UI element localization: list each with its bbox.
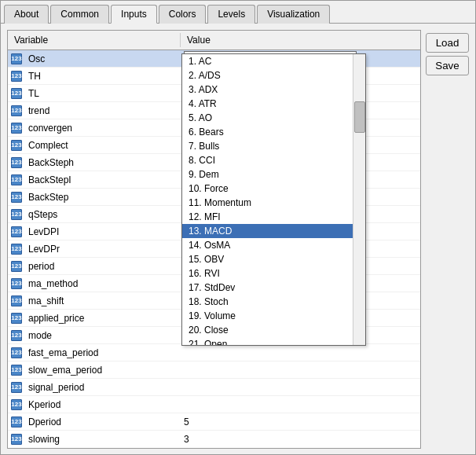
save-button[interactable]: Save (426, 56, 469, 75)
row-icon: 123 (8, 157, 25, 168)
load-button[interactable]: Load (426, 33, 469, 53)
variable-cell: fast_ema_period (25, 347, 181, 358)
variable-cell: ma_shift (25, 295, 181, 306)
dropdown-item[interactable]: 13. MACD (182, 224, 353, 238)
row-icon: 123 (8, 382, 25, 393)
dropdown-item[interactable]: 15. OBV (182, 252, 353, 266)
dropdown-scrollbar[interactable] (353, 54, 365, 345)
table-row[interactable]: 123slowing3 (8, 431, 420, 447)
row-icon: 123 (8, 174, 25, 185)
main-window: AboutCommonInputsColorsLevelsVisualizati… (0, 0, 476, 455)
variable-cell: trend (25, 105, 181, 116)
row-icon: 123 (8, 313, 25, 324)
row-icon: 123 (8, 71, 25, 82)
row-icon: 123 (8, 295, 25, 306)
row-icon: 123 (8, 365, 25, 376)
variable-cell: Dperiod (25, 416, 181, 427)
tab-colors[interactable]: Colors (159, 5, 207, 24)
dropdown-item[interactable]: 8. CCI (182, 153, 353, 167)
row-icon: 123 (8, 278, 25, 289)
dropdown-overlay[interactable]: 1. AC2. A/DS3. ADX4. ATR5. AO6. Bears7. … (181, 53, 366, 346)
table-row[interactable]: 123Dperiod5 (8, 413, 420, 431)
col-variable-header: Variable (8, 33, 181, 47)
variable-cell: Complect (25, 140, 181, 151)
dropdown-item[interactable]: 7. Bulls (182, 139, 353, 153)
dropdown-item[interactable]: 19. Volume (182, 309, 353, 323)
col-value-header: Value (181, 33, 420, 47)
dropdown-item[interactable]: 11. Momentum (182, 196, 353, 210)
variable-cell: slow_ema_period (25, 365, 181, 376)
dropdown-item[interactable]: 3. ADX (182, 83, 353, 97)
dropdown-item[interactable]: 6. Bears (182, 125, 353, 139)
dropdown-item[interactable]: 14. OsMA (182, 238, 353, 252)
variable-cell: applied_price (25, 313, 181, 324)
tab-levels[interactable]: Levels (207, 5, 255, 24)
row-icon: 123 (8, 88, 25, 99)
row-icon: 123 (8, 140, 25, 151)
dropdown-item[interactable]: 9. Dem (182, 167, 353, 182)
row-icon: 123 (8, 399, 25, 410)
variable-cell: signal_period (25, 382, 181, 393)
row-icon: 123 (8, 226, 25, 237)
table-row[interactable]: 123slow_ema_period (8, 361, 420, 379)
row-icon: 123 (8, 105, 25, 116)
dropdown-item[interactable]: 12. MFI (182, 210, 353, 224)
dropdown-item[interactable]: 5. AO (182, 111, 353, 125)
value-cell: 5 (181, 416, 420, 427)
table-row[interactable]: 123signal_period (8, 379, 420, 396)
table-row[interactable]: 123fast_ema_period (8, 344, 420, 361)
variable-cell: BackStepI (25, 174, 181, 185)
variable-cell: qSteps (25, 209, 181, 220)
variable-cell: TH (25, 71, 181, 82)
row-icon: 123 (8, 330, 25, 341)
row-icon: 123 (8, 416, 25, 427)
main-area: Variable Value 123Osc29. RSI▼123TH123TL1… (7, 30, 469, 449)
variable-cell: convergen (25, 123, 181, 134)
dropdown-item[interactable]: 16. RVI (182, 266, 353, 281)
variable-cell: Kperiod (25, 399, 181, 410)
row-icon: 123 (8, 192, 25, 203)
row-icon: 123 (8, 209, 25, 220)
tab-common[interactable]: Common (50, 5, 109, 24)
table-header: Variable Value (8, 31, 420, 50)
dropdown-item[interactable]: 4. ATR (182, 97, 353, 111)
dropdown-item[interactable]: 2. A/DS (182, 68, 353, 83)
content-area: Variable Value 123Osc29. RSI▼123TH123TL1… (1, 24, 475, 455)
dropdown-item[interactable]: 1. AC (182, 54, 353, 68)
row-icon: 123 (8, 434, 25, 445)
variable-cell: Osc (25, 53, 181, 64)
variable-cell: period (25, 261, 181, 272)
row-icon: 123 (8, 53, 25, 64)
row-icon: 123 (8, 261, 25, 272)
dropdown-item[interactable]: 20. Close (182, 323, 353, 337)
tab-about[interactable]: About (4, 5, 49, 24)
value-cell: 3 (181, 434, 420, 445)
dropdown-item[interactable]: 18. Stoch (182, 295, 353, 309)
variable-cell: slowing (25, 434, 181, 445)
row-icon: 123 (8, 244, 25, 255)
table-row[interactable]: 123Kperiod (8, 396, 420, 413)
variable-cell: TL (25, 88, 181, 99)
tab-inputs[interactable]: Inputs (111, 5, 157, 24)
variable-cell: LevDPr (25, 244, 181, 255)
variable-cell: BackStep (25, 192, 181, 203)
variable-cell: LevDPI (25, 226, 181, 237)
dropdown-item[interactable]: 17. StdDev (182, 281, 353, 295)
dropdown-list: 1. AC2. A/DS3. ADX4. ATR5. AO6. Bears7. … (182, 54, 365, 345)
dropdown-item[interactable]: 10. Force (182, 182, 353, 196)
tab-bar: AboutCommonInputsColorsLevelsVisualizati… (1, 1, 475, 24)
dropdown-item[interactable]: 21. Open (182, 337, 353, 345)
row-icon: 123 (8, 123, 25, 134)
tab-visualization[interactable]: Visualization (257, 5, 330, 24)
variable-cell: BackSteph (25, 157, 181, 168)
variable-cell: mode (25, 330, 181, 341)
row-icon: 123 (8, 347, 25, 358)
variable-cell: ma_method (25, 278, 181, 289)
